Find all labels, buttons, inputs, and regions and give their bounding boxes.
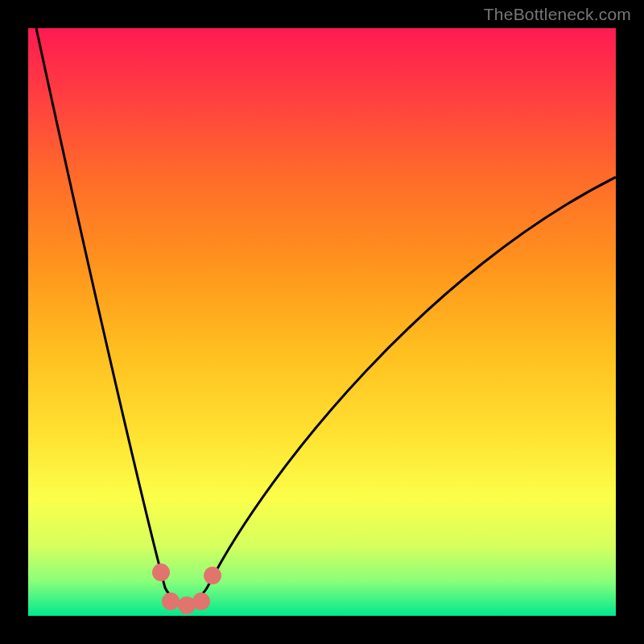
curve-marker	[152, 564, 170, 581]
curve-path	[36, 28, 616, 602]
chart-plot-area	[28, 28, 616, 616]
bottleneck-curve	[28, 28, 616, 616]
curve-marker	[204, 567, 221, 584]
watermark-text: TheBottleneck.com	[484, 5, 631, 24]
curve-marker	[162, 592, 180, 610]
curve-marker	[192, 592, 210, 610]
